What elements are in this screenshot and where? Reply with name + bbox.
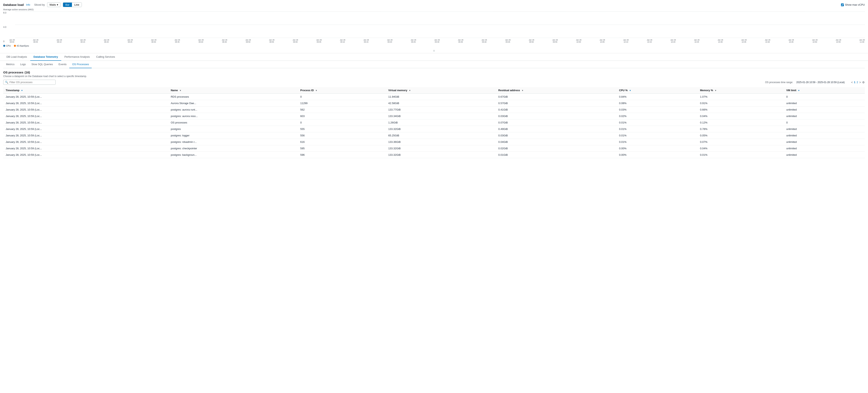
show-max-vcpu-label: Show max vCPU	[845, 3, 865, 6]
prev-page-button[interactable]: <	[851, 81, 853, 84]
search-input[interactable]	[9, 81, 54, 84]
cell-vmlimit-9: unlimited	[784, 152, 865, 158]
tab-database-telemetry[interactable]: Database Telemetry	[30, 53, 61, 61]
table-settings-icon[interactable]: ⚙	[862, 81, 865, 84]
x-tick-0815: Jan 2808:15	[80, 39, 86, 43]
cell-timestamp-6: January 28, 2025, 10:59 (Loc...	[3, 132, 168, 139]
legend-io: IO:XactSync	[14, 45, 29, 47]
chart-type-toggle: Bar Line	[63, 2, 82, 7]
x-tick-1050: Jan 2810:50	[812, 39, 817, 43]
page: Database load Info Sliced by Waits ▾ Bar…	[0, 0, 868, 393]
cell-cpu-4: 0.01%	[617, 119, 698, 126]
vmem-sort-icon: ▼	[409, 89, 411, 92]
cell-name-4: OS processes	[168, 119, 298, 126]
table-header-row: Timestamp ▼ Name ▼ Process ID ▼ Virtual …	[3, 87, 865, 93]
cell-vmlimit-2: unlimited	[784, 107, 865, 113]
info-link[interactable]: Info	[26, 3, 30, 6]
col-header-timestamp[interactable]: Timestamp ▼	[3, 87, 168, 93]
col-header-cpu[interactable]: CPU % ▼	[617, 87, 698, 93]
table-row: January 28, 2025, 10:59 (Loc... postgres…	[3, 107, 865, 113]
cell-cpu-8: 0.00%	[617, 145, 698, 152]
x-tick-0820: Jan 2808:20	[104, 39, 109, 43]
sliced-by-label: Sliced by	[34, 3, 45, 6]
show-max-vcpu-checkbox[interactable]	[841, 3, 844, 6]
timestamp-sort-icon: ▼	[21, 89, 23, 92]
cell-vmlimit-8: unlimited	[784, 145, 865, 152]
table-body: January 28, 2025, 10:59 (Loc... RDS proc…	[3, 93, 865, 158]
cell-cpu-6: 0.01%	[617, 132, 698, 139]
sub-tab-events[interactable]: Events	[56, 61, 69, 68]
show-max-vcpu-control: Show max vCPU	[841, 3, 865, 6]
vmlimit-sort-icon: ▼	[798, 89, 800, 92]
chart-area	[15, 11, 865, 38]
cell-vmem-9: 133.32GiB	[386, 152, 496, 158]
cell-pid-9: 596	[298, 152, 386, 158]
sub-tab-slow-sql[interactable]: Slow SQL Queries	[29, 61, 56, 68]
x-tick-1020: Jan 2810:20	[670, 39, 676, 43]
sub-tab-os-processes[interactable]: OS Processes	[69, 61, 92, 68]
cell-pid-4: 0	[298, 119, 386, 126]
x-tick-1005: Jan 2810:05	[600, 39, 605, 43]
x-tick-0940: Jan 2809:40	[482, 39, 487, 43]
table-row: January 28, 2025, 10:59 (Loc... postgres…	[3, 152, 865, 158]
x-tick-0910: Jan 2809:10	[340, 39, 345, 43]
tab-db-load-analysis[interactable]: DB Load Analysis	[3, 53, 30, 61]
chart-section: Database load Info Sliced by Waits ▾ Bar…	[0, 0, 868, 53]
cell-mem-0: 1.07%	[698, 93, 784, 100]
cell-name-8: postgres: checkpointer	[168, 145, 298, 152]
col-header-name[interactable]: Name ▼	[168, 87, 298, 93]
col-header-vmlimit[interactable]: VM limit ▼	[784, 87, 865, 93]
next-page-button[interactable]: >	[859, 81, 861, 84]
chart-grid	[15, 11, 865, 38]
drag-handle[interactable]: ≡	[3, 49, 865, 53]
cell-vmem-2: 133.77GiB	[386, 107, 496, 113]
table-row: January 28, 2025, 10:59 (Loc... postgres…	[3, 139, 865, 145]
col-header-vmem[interactable]: Virtual memory ▼	[386, 87, 496, 93]
x-tick-0805: Jan 2808:05	[33, 39, 38, 43]
cell-resaddr-5: 0.49GiB	[496, 126, 617, 132]
col-header-mem[interactable]: Memory % ▼	[698, 87, 784, 93]
cell-resaddr-8: 0.02GiB	[496, 145, 617, 152]
cell-mem-2: 0.66%	[698, 107, 784, 113]
sub-tab-metrics[interactable]: Metrics	[3, 61, 17, 68]
x-tick-0900: Jan 2809:00	[292, 39, 298, 43]
chart-header: Database load Info Sliced by Waits ▾ Bar…	[3, 2, 865, 7]
bar-toggle[interactable]: Bar	[63, 3, 72, 7]
line-toggle[interactable]: Line	[72, 3, 82, 7]
cell-vmlimit-3: unlimited	[784, 113, 865, 119]
col-header-pid[interactable]: Process ID ▼	[298, 87, 386, 93]
cell-cpu-5: 0.01%	[617, 126, 698, 132]
x-tick-0950: Jan 2809:50	[529, 39, 534, 43]
x-tick-0920: Jan 2809:20	[387, 39, 393, 43]
x-tick-1035: Jan 2810:35	[741, 39, 747, 43]
tab-calling-services[interactable]: Calling Services	[93, 53, 118, 61]
page-2-button[interactable]: 2	[857, 81, 858, 84]
time-range-value: 2025-01-28 10:59 - 2025-01-28 10:59 (Loc…	[796, 81, 845, 84]
cell-mem-9: 0.01%	[698, 152, 784, 158]
cell-vmem-8: 133.32GiB	[386, 145, 496, 152]
cell-name-0: RDS processes	[168, 93, 298, 100]
table-row: January 28, 2025, 10:59 (Loc... postgres…	[3, 132, 865, 139]
search-box[interactable]: 🔍	[3, 80, 56, 85]
cell-name-5: postgres	[168, 126, 298, 132]
x-axis: Jan 2808:00 Jan 2808:05 Jan 2808:10 Jan …	[9, 38, 865, 44]
x-tick-1100: Jan 2811:00	[859, 39, 865, 43]
cell-name-2: postgres: aurora runt...	[168, 107, 298, 113]
sub-tab-logs[interactable]: Logs	[17, 61, 29, 68]
cell-cpu-0: 0.84%	[617, 93, 698, 100]
pid-sort-icon: ▼	[315, 89, 317, 92]
page-1-button[interactable]: 1	[854, 81, 855, 84]
x-tick-1030: Jan 2810:30	[718, 39, 723, 43]
cell-pid-1: 11299	[298, 100, 386, 107]
tab-performance-analysis[interactable]: Performance Analysis	[61, 53, 93, 61]
col-header-resaddr[interactable]: Residual address ▼	[496, 87, 617, 93]
table-row: January 28, 2025, 10:59 (Loc... RDS proc…	[3, 93, 865, 100]
io-legend-dot	[14, 45, 16, 47]
table-row: January 28, 2025, 10:59 (Loc... postgres…	[3, 126, 865, 132]
cell-timestamp-3: January 28, 2025, 10:59 (Loc...	[3, 113, 168, 119]
x-tick-0835: Jan 2808:35	[175, 39, 180, 43]
cpu-sort-icon: ▼	[629, 89, 631, 92]
waits-dropdown[interactable]: Waits ▾	[47, 2, 60, 7]
grid-line-mid	[15, 25, 865, 25]
cell-timestamp-7: January 28, 2025, 10:59 (Loc...	[3, 139, 168, 145]
